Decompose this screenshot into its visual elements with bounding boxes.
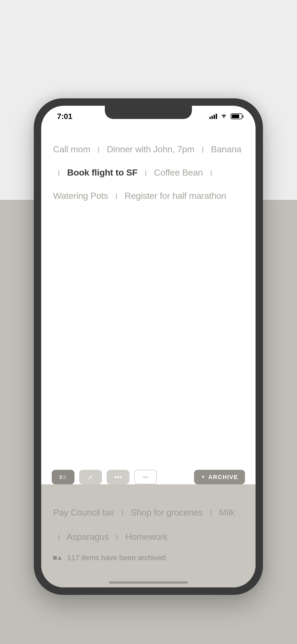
task-list: Call mom Dinner with John, 7pm Banana Bo… bbox=[53, 137, 244, 207]
task-item[interactable]: Call mom bbox=[53, 144, 90, 154]
remove-button[interactable] bbox=[134, 470, 157, 484]
home-indicator[interactable] bbox=[109, 581, 188, 584]
task-separator bbox=[210, 510, 211, 516]
pencil-icon bbox=[88, 474, 93, 480]
svg-point-6 bbox=[120, 476, 122, 478]
cell-signal-icon bbox=[209, 114, 217, 119]
active-tasks-area[interactable]: Call mom Dinner with John, 7pm Banana Bo… bbox=[41, 136, 256, 434]
task-separator bbox=[116, 194, 117, 199]
svg-rect-2 bbox=[60, 478, 62, 479]
battery-icon bbox=[231, 113, 242, 119]
more-icon bbox=[114, 476, 122, 479]
task-item[interactable]: Banana bbox=[211, 144, 241, 154]
task-item-active[interactable]: Book flight to SF bbox=[67, 167, 138, 177]
task-item[interactable]: Register for half marathon bbox=[125, 191, 226, 201]
archived-item[interactable]: Shop for groceries bbox=[131, 507, 202, 517]
svg-rect-3 bbox=[63, 478, 66, 479]
minus-icon bbox=[143, 476, 148, 478]
more-button[interactable] bbox=[107, 470, 129, 484]
svg-rect-0 bbox=[60, 476, 62, 477]
svg-point-5 bbox=[117, 476, 119, 478]
svg-rect-7 bbox=[143, 477, 148, 478]
archive-status-text: 117 items have been archived bbox=[67, 554, 166, 562]
phone-notch bbox=[105, 106, 192, 119]
edit-button[interactable] bbox=[79, 470, 102, 484]
archived-item[interactable]: Homework bbox=[125, 532, 167, 542]
task-separator bbox=[145, 170, 146, 176]
archived-list: Pay Council tax Shop for groceries Milk … bbox=[53, 500, 244, 549]
status-right-cluster bbox=[209, 113, 242, 119]
archived-item[interactable]: Pay Council tax bbox=[53, 507, 114, 517]
phone-screen: 7:01 Call mom Dinner with John, 7pm Ban bbox=[41, 106, 256, 587]
archive-count-icon bbox=[53, 556, 62, 560]
archived-area[interactable]: Pay Council tax Shop for groceries Milk … bbox=[41, 484, 256, 587]
archive-button-label: ARCHIVE bbox=[208, 474, 238, 481]
phone-frame: 7:01 Call mom Dinner with John, 7pm Ban bbox=[34, 98, 263, 595]
chevron-down-icon: ▼ bbox=[201, 475, 206, 480]
svg-rect-1 bbox=[63, 476, 66, 477]
task-separator bbox=[58, 535, 59, 540]
task-item[interactable]: Dinner with John, 7pm bbox=[107, 144, 194, 154]
task-separator bbox=[116, 535, 117, 540]
toolbar: ▼ ARCHIVE bbox=[41, 470, 256, 484]
task-separator bbox=[211, 170, 212, 176]
archived-item[interactable]: Milk bbox=[219, 507, 235, 517]
wifi-icon bbox=[220, 114, 228, 119]
task-separator bbox=[202, 147, 203, 153]
task-separator bbox=[98, 147, 99, 153]
archived-item[interactable]: Asparagus bbox=[67, 532, 109, 542]
status-time: 7:01 bbox=[57, 112, 72, 121]
view-list-button[interactable] bbox=[52, 470, 74, 484]
task-separator bbox=[122, 510, 123, 516]
task-item[interactable]: Coffee Bean bbox=[154, 167, 203, 177]
archive-status-row: 117 items have been archived bbox=[53, 554, 244, 562]
list-icon bbox=[59, 475, 67, 480]
archive-button[interactable]: ▼ ARCHIVE bbox=[194, 470, 245, 484]
task-separator bbox=[58, 170, 59, 176]
task-item[interactable]: Watering Pots bbox=[53, 191, 108, 201]
svg-point-4 bbox=[115, 476, 116, 478]
